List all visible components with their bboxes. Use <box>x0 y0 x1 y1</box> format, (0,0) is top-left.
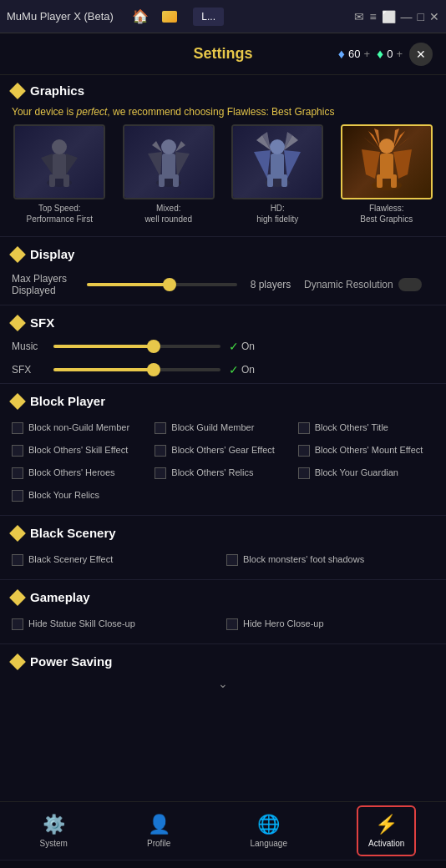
music-thumb[interactable] <box>147 340 160 353</box>
green-gem-plus[interactable]: + <box>396 48 403 60</box>
nav-item-system[interactable]: ⚙️ System <box>30 807 78 855</box>
graphics-option-3[interactable]: Flawless:Best Graphics <box>341 124 433 225</box>
max-players-slider[interactable] <box>87 283 237 286</box>
graphics-placeholder-3 <box>342 126 431 198</box>
graphics-img-0 <box>13 124 105 199</box>
dynamic-resolution-label: Dynamic Resolution <box>304 279 393 290</box>
svg-point-15 <box>372 180 402 190</box>
settings-title: Settings <box>156 45 289 63</box>
green-gem-currency: ♦ 0 + <box>377 47 403 62</box>
block-player-diamond-icon <box>9 393 26 410</box>
graphics-option-0[interactable]: Top Speed:Performance First <box>13 124 105 225</box>
gameplay-label-0: Hide Statue Skill Close-up <box>28 618 135 629</box>
gameplay-diamond-icon <box>9 589 26 606</box>
block-checkbox-6[interactable] <box>12 467 23 479</box>
graphics-label-1: Mixed:well rounded <box>144 203 192 225</box>
block-label-8: Block Your Guardian <box>315 467 398 478</box>
sfx-on-label: On <box>241 364 255 376</box>
black-scenery-section-header: Black Scenery <box>0 517 446 545</box>
black-scenery-item-0: Black Scenery Effect <box>8 548 223 571</box>
minimize-icon[interactable]: — <box>401 10 413 23</box>
divider-5 <box>0 579 446 580</box>
nav-item-profile[interactable]: 👤 Profile <box>137 807 180 855</box>
tab-store[interactable] <box>154 7 188 26</box>
max-players-thumb[interactable] <box>163 278 176 291</box>
gameplay-checkbox-0[interactable] <box>12 618 23 630</box>
svg-rect-18 <box>377 174 383 188</box>
block-label-6: Block Others' Heroes <box>28 467 115 478</box>
black-scenery-item-1: Block monsters' foot shadows <box>223 548 438 571</box>
block-checkbox-2[interactable] <box>298 422 310 434</box>
graphics-option-1[interactable]: Mixed:well rounded <box>123 124 215 225</box>
svg-rect-11 <box>271 154 284 179</box>
max-players-fill <box>87 283 170 286</box>
close-window-icon[interactable]: ✕ <box>429 10 439 23</box>
sfx-thumb[interactable] <box>147 363 160 376</box>
block-player-section-title: Block Player <box>30 394 105 408</box>
system-nav-icon: ⚙️ <box>43 814 65 835</box>
graphics-section-title: Graphics <box>30 83 84 98</box>
graphics-diamond-icon <box>9 83 26 99</box>
music-on-label: On <box>241 341 255 352</box>
block-item-0: Block non-Guild Member <box>8 416 151 439</box>
graphics-placeholder-1 <box>124 126 213 198</box>
sfx-slider[interactable] <box>53 368 220 371</box>
music-slider[interactable] <box>53 345 220 348</box>
dynamic-resolution-toggle[interactable] <box>398 278 422 291</box>
block-item-9: Block Your Relics <box>8 484 151 507</box>
block-label-2: Block Others' Title <box>315 421 388 433</box>
menu-icon[interactable]: ≡ <box>369 10 376 23</box>
block-label-3: Block Others' Skill Effect <box>28 444 128 456</box>
gameplay-grid: Hide Statue Skill Close-up Hide Hero Clo… <box>0 609 446 642</box>
sfx-row: SFX ✓ On <box>0 358 446 381</box>
black-scenery-checkbox-0[interactable] <box>12 554 23 566</box>
graphics-subtitle-prefix: Your device is <box>12 106 77 118</box>
divider-3 <box>0 383 446 384</box>
music-check-icon: ✓ <box>229 340 239 353</box>
app-title: MuMu Player X (Beta) <box>7 10 127 23</box>
block-checkbox-4[interactable] <box>155 445 166 457</box>
svg-rect-3 <box>49 174 55 187</box>
block-checkbox-8[interactable] <box>298 467 310 479</box>
svg-rect-13 <box>267 174 273 187</box>
tab-active[interactable]: L... <box>193 8 224 26</box>
home-icon[interactable]: 🏠 <box>132 8 149 24</box>
block-item-8: Block Your Guardian <box>295 462 438 484</box>
block-checkbox-5[interactable] <box>298 445 310 457</box>
max-players-value: 8 players <box>246 279 296 290</box>
display-section-title: Display <box>30 247 74 261</box>
sfx-diamond-icon <box>9 315 26 331</box>
nav-item-activation[interactable]: ⚡ Activation <box>357 805 416 856</box>
block-checkbox-0[interactable] <box>12 422 23 434</box>
svg-rect-14 <box>281 174 287 187</box>
graphics-placeholder-0 <box>15 126 104 198</box>
graphics-options: Top Speed:Performance First <box>0 124 446 235</box>
graphics-subtitle: Your device is perfect, we recommend cho… <box>0 103 446 124</box>
block-checkbox-1[interactable] <box>155 422 166 434</box>
graphics-img-1 <box>123 124 215 199</box>
sfx-on-indicator: ✓ On <box>229 363 255 376</box>
graphics-option-2[interactable]: HD:high fidelity <box>231 124 323 225</box>
power-saving-section-header: Power Saving <box>0 646 446 674</box>
svg-rect-8 <box>159 174 165 187</box>
email-icon[interactable]: ✉ <box>354 10 364 23</box>
blue-gem-plus[interactable]: + <box>363 48 370 60</box>
settings-header: Settings ♦ 60 + ♦ 0 + ✕ <box>0 33 446 75</box>
nav-item-language[interactable]: 🌐 Language <box>240 807 297 855</box>
screenshot-icon[interactable]: ⬜ <box>382 10 396 23</box>
settings-close-button[interactable]: ✕ <box>409 43 433 66</box>
gameplay-label-1: Hide Hero Close-up <box>243 618 324 629</box>
music-fill <box>53 345 154 348</box>
block-checkbox-9[interactable] <box>12 490 23 502</box>
maximize-icon[interactable]: □ <box>418 10 424 23</box>
graphics-img-2 <box>231 124 323 199</box>
block-checkbox-3[interactable] <box>12 445 23 457</box>
settings-content: Graphics Your device is perfect, we reco… <box>0 75 446 801</box>
gameplay-section-header: Gameplay <box>0 582 446 609</box>
black-scenery-label-0: Black Scenery Effect <box>28 553 113 565</box>
block-item-6: Block Others' Heroes <box>8 462 151 484</box>
black-scenery-checkbox-1[interactable] <box>226 554 238 566</box>
svg-point-2 <box>52 139 67 154</box>
block-checkbox-7[interactable] <box>155 467 166 479</box>
gameplay-checkbox-1[interactable] <box>226 618 238 630</box>
